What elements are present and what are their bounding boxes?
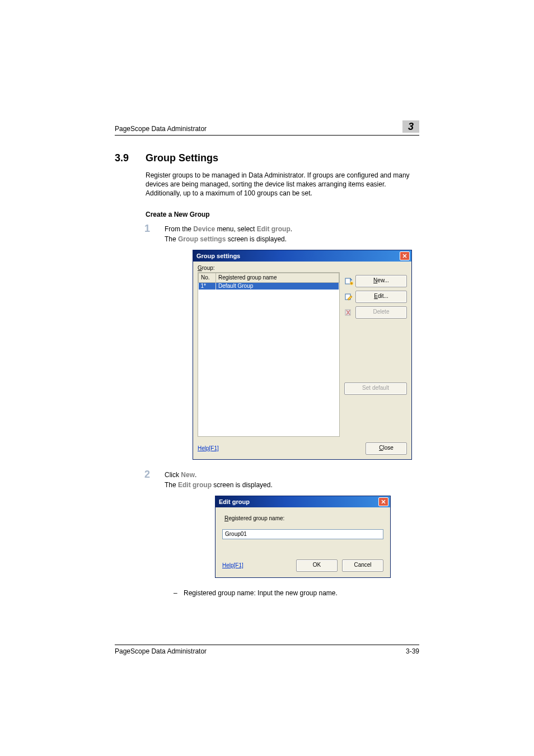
delete-button: Delete bbox=[355, 306, 407, 319]
registered-group-name-label: Registered group name: bbox=[224, 515, 383, 521]
group-label: Group: bbox=[198, 265, 340, 271]
dialog-titlebar: Edit group bbox=[216, 496, 390, 507]
step-1-line-2: The Group settings screen is displayed. bbox=[165, 235, 419, 243]
group-settings-dialog: Group settings Group: No. bbox=[193, 250, 412, 460]
close-button[interactable] bbox=[400, 251, 410, 260]
header-product: PageScope Data Administrator bbox=[115, 125, 207, 133]
running-footer: PageScope Data Administrator 3-39 bbox=[115, 645, 419, 655]
close-button[interactable] bbox=[378, 497, 388, 506]
close-icon bbox=[402, 254, 407, 258]
set-default-button: Set default bbox=[344, 382, 407, 395]
step-number: 2 bbox=[144, 469, 150, 480]
col-name: Registered group name bbox=[216, 273, 339, 282]
new-button[interactable]: New... bbox=[355, 275, 407, 287]
delete-icon bbox=[344, 308, 353, 317]
table-row[interactable]: 1* Default Group bbox=[199, 282, 339, 290]
help-link[interactable]: Help[F1] bbox=[222, 562, 243, 568]
group-name-input[interactable] bbox=[222, 529, 383, 539]
step-number: 1 bbox=[144, 223, 150, 235]
svg-rect-0 bbox=[345, 278, 350, 284]
close-icon bbox=[381, 500, 386, 504]
cancel-button[interactable]: Cancel bbox=[342, 559, 383, 572]
step-2-line-1: Click New. bbox=[165, 471, 419, 479]
running-header: PageScope Data Administrator 3 bbox=[115, 120, 419, 136]
new-icon bbox=[344, 277, 353, 286]
edit-group-dialog: Edit group Registered group name: Help[F… bbox=[215, 496, 391, 578]
intro-paragraph: Register groups to be managed in Data Ad… bbox=[146, 171, 419, 198]
section-number: 3.9 bbox=[115, 152, 146, 164]
edit-icon bbox=[344, 292, 353, 301]
section-title: Group Settings bbox=[146, 152, 218, 164]
step-1-line-1: From the Device menu, select Edit group. bbox=[165, 225, 419, 233]
dialog-title: Group settings bbox=[196, 253, 240, 259]
close-dialog-button[interactable]: Close bbox=[366, 442, 407, 455]
col-no: No. bbox=[199, 273, 216, 282]
chapter-number: 3 bbox=[402, 120, 419, 133]
step-2: 2 Click New. The Edit group screen is di… bbox=[146, 471, 419, 597]
footer-product: PageScope Data Administrator bbox=[115, 647, 207, 655]
help-link[interactable]: Help[F1] bbox=[198, 445, 219, 451]
step-1: 1 From the Device menu, select Edit grou… bbox=[146, 225, 419, 460]
dialog-titlebar: Group settings bbox=[193, 250, 411, 262]
footer-page: 3-39 bbox=[406, 647, 419, 655]
step-2-line-2: The Edit group screen is displayed. bbox=[165, 481, 419, 489]
bullet-note: Registered group name: Input the new gro… bbox=[184, 589, 419, 597]
dialog-title: Edit group bbox=[219, 498, 250, 505]
subheading: Create a New Group bbox=[146, 211, 419, 218]
section-heading: 3.9Group Settings bbox=[115, 152, 419, 164]
edit-button[interactable]: Edit... bbox=[355, 291, 407, 303]
group-table[interactable]: No. Registered group name 1* Default Gro… bbox=[198, 272, 340, 437]
ok-button[interactable]: OK bbox=[296, 559, 338, 572]
